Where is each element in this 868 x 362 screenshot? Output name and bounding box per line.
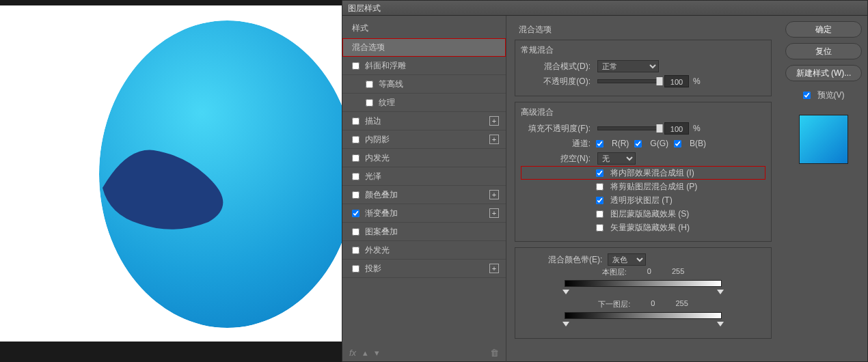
opt-transparency-shapes-checkbox[interactable] — [596, 197, 603, 204]
style-label: 内发光 — [365, 152, 390, 164]
checkbox-color-overlay[interactable] — [352, 191, 360, 199]
opt-layer-mask-hides-checkbox[interactable] — [596, 210, 603, 218]
general-title: 常规混合 — [521, 44, 765, 56]
preview-toggle[interactable]: 预览(V) — [803, 89, 845, 101]
arrow-up-icon[interactable]: ▴ — [363, 348, 368, 358]
add-drop-shadow-icon[interactable]: + — [489, 264, 499, 273]
channel-r-label: R(R) — [612, 139, 629, 148]
add-gradient-overlay-icon[interactable]: + — [489, 208, 499, 218]
blend-mode-label: 混合模式(D): — [521, 61, 591, 72]
style-blending-options[interactable]: 混合选项 — [342, 38, 506, 57]
checkbox-texture[interactable] — [366, 99, 373, 107]
opt-label: 将剪贴图层混合成组 (P) — [610, 181, 697, 193]
style-label: 纹理 — [379, 97, 395, 109]
opt-blend-clipped-checkbox[interactable] — [596, 183, 603, 191]
advanced-blending-group: 高级混合 填充不透明度(F): 100 % 通道: R(R) G(G) B(B)… — [515, 102, 772, 242]
checkbox-satin[interactable] — [352, 173, 360, 180]
under-high: 255 — [675, 299, 688, 309]
add-inner-shadow-icon[interactable]: + — [489, 135, 499, 144]
channel-g-checkbox[interactable] — [634, 140, 642, 148]
style-pattern-overlay[interactable]: 图案叠加 — [342, 223, 506, 241]
style-bevel[interactable]: 斜面和浮雕 — [342, 57, 506, 75]
style-label: 图案叠加 — [365, 226, 398, 238]
style-gradient-overlay[interactable]: 渐变叠加+ — [342, 204, 506, 223]
opacity-label: 不透明度(O): — [521, 76, 591, 87]
styles-footer: fx ▴ ▾ 🗑 — [342, 342, 506, 362]
style-label: 描边 — [365, 115, 381, 127]
add-stroke-icon[interactable]: + — [489, 116, 499, 126]
checkbox-drop-shadow[interactable] — [352, 265, 360, 273]
style-color-overlay[interactable]: 颜色叠加+ — [342, 186, 506, 204]
this-low: 0 — [647, 267, 651, 277]
arrow-down-icon[interactable]: ▾ — [375, 348, 379, 358]
style-texture[interactable]: 纹理 — [342, 94, 506, 112]
style-inner-glow[interactable]: 内发光 — [342, 149, 506, 167]
opt-label: 将内部效果混合成组 (I) — [610, 167, 694, 179]
general-blending-group: 常规混合 混合模式(D): 正常 不透明度(O): 100 % — [515, 40, 772, 96]
checkbox-inner-glow[interactable] — [352, 154, 360, 162]
fill-opacity-value[interactable]: 100 — [664, 122, 689, 135]
opt-vector-mask-hides-checkbox[interactable] — [596, 224, 603, 232]
layer-style-dialog: 图层样式 样式 混合选项 斜面和浮雕 等高线 纹理 描边+ 内阴影+ 内发光 光… — [342, 0, 868, 362]
style-label: 斜面和浮雕 — [365, 60, 406, 72]
under-low: 0 — [651, 299, 655, 309]
add-color-overlay-icon[interactable]: + — [489, 190, 499, 199]
opacity-value[interactable]: 100 — [664, 75, 689, 87]
style-outer-glow[interactable]: 外发光 — [342, 241, 506, 260]
section-title: 混合选项 — [515, 21, 772, 38]
checkbox-stroke[interactable] — [352, 117, 360, 125]
opt-label: 透明形状图层 (T) — [610, 195, 673, 206]
wave-shape — [99, 143, 256, 260]
checkbox-bevel[interactable] — [352, 62, 360, 70]
styles-column: 样式 混合选项 斜面和浮雕 等高线 纹理 描边+ 内阴影+ 内发光 光泽 颜色叠… — [342, 16, 506, 362]
style-label: 内阴影 — [365, 134, 390, 145]
opt-blend-interior[interactable]: 将内部效果混合成组 (I) — [521, 166, 765, 180]
opacity-slider[interactable] — [597, 79, 660, 83]
style-contour[interactable]: 等高线 — [342, 75, 506, 94]
advanced-title: 高级混合 — [521, 107, 765, 118]
style-drop-shadow[interactable]: 投影+ — [342, 260, 506, 278]
checkbox-gradient-overlay[interactable] — [352, 210, 360, 217]
opt-transparency-shapes[interactable]: 透明形状图层 (T) — [521, 193, 765, 207]
knockout-label: 挖空(N): — [521, 153, 591, 165]
style-satin[interactable]: 光泽 — [342, 167, 506, 186]
style-stroke[interactable]: 描边+ — [342, 112, 506, 130]
fill-opacity-slider[interactable] — [597, 126, 660, 130]
opt-layer-mask-hides[interactable]: 图层蒙版隐藏效果 (S) — [521, 207, 765, 221]
blend-mode-select[interactable]: 正常 — [597, 60, 659, 72]
knockout-select[interactable]: 无 — [597, 152, 636, 165]
percent-label: % — [693, 124, 701, 133]
style-label: 外发光 — [365, 245, 390, 256]
fx-icon[interactable]: fx — [349, 348, 356, 358]
checkbox-outer-glow[interactable] — [352, 247, 360, 254]
opt-blend-clipped[interactable]: 将剪贴图层混合成组 (P) — [521, 180, 765, 193]
blending-options-label: 混合选项 — [352, 42, 385, 53]
ok-button[interactable]: 确定 — [785, 21, 862, 38]
blend-if-this-slider[interactable] — [565, 280, 722, 290]
preview-checkbox[interactable] — [803, 92, 811, 99]
this-high: 255 — [672, 267, 684, 277]
this-layer-label: 本图层: — [602, 267, 627, 277]
style-inner-shadow[interactable]: 内阴影+ — [342, 130, 506, 149]
blend-if-under-slider[interactable] — [565, 312, 722, 322]
styles-header: 样式 — [342, 16, 506, 38]
channel-r-checkbox[interactable] — [596, 140, 603, 148]
canvas-bottom-strip — [0, 342, 342, 352]
channel-b-checkbox[interactable] — [674, 140, 681, 148]
channel-b-label: B(B) — [690, 139, 706, 148]
checkbox-pattern-overlay[interactable] — [352, 228, 360, 236]
blend-if-select[interactable]: 灰色 — [608, 253, 646, 266]
preview-label: 预览(V) — [817, 89, 845, 101]
checkbox-contour[interactable] — [366, 81, 373, 88]
trash-icon[interactable]: 🗑 — [490, 348, 499, 358]
dialog-titlebar[interactable]: 图层样式 — [342, 1, 867, 16]
style-label: 等高线 — [379, 79, 403, 90]
cancel-button[interactable]: 复位 — [785, 43, 862, 59]
opt-vector-mask-hides[interactable]: 矢量蒙版隐藏效果 (H) — [521, 221, 765, 234]
opt-blend-interior-checkbox[interactable] — [596, 169, 603, 177]
checkbox-inner-shadow[interactable] — [352, 136, 360, 143]
blend-if-label: 混合颜色带(E): — [548, 254, 602, 266]
canvas-top-strip — [0, 0, 342, 5]
new-style-button[interactable]: 新建样式 (W)... — [785, 65, 862, 81]
preview-swatch — [799, 115, 848, 164]
